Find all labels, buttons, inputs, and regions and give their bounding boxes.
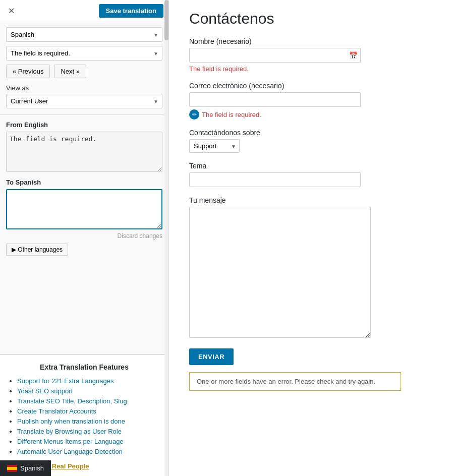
feature-7: Different Menus Items per Language (17, 438, 161, 445)
feature-2: Yoast SEO support (17, 387, 161, 395)
feature-1: Support for 221 Extra Languages (17, 377, 161, 385)
nombre-input-wrapper: 📅 (189, 48, 361, 63)
feature-6-link[interactable]: Translate by Browsing as User Role (17, 428, 122, 435)
bottom-language-bar[interactable]: Spanish (0, 460, 51, 476)
calendar-icon: 📅 (349, 51, 358, 60)
mensaje-label: Tu mensaje (189, 196, 439, 204)
string-select-wrapper: The field is required. Other string ▼ (6, 46, 162, 61)
left-panel: ✕ Save translation Spanish French German… (0, 0, 169, 476)
extra-features-title: Extra Translation Features (7, 363, 161, 371)
tema-input[interactable] (189, 172, 361, 187)
scroll-thumb (164, 0, 168, 40)
from-english-label: From English (6, 121, 162, 129)
nav-buttons: « Previous Next » (6, 65, 162, 78)
nombre-error: The field is required. (189, 65, 439, 73)
mensaje-textarea[interactable] (189, 207, 371, 338)
tema-field-group: Tema (189, 162, 439, 187)
nombre-field-group: Nombre (necesario) 📅 The field is requir… (189, 37, 439, 73)
save-translation-button[interactable]: Save translation (99, 4, 163, 18)
nombre-error-text: The field is required. (189, 65, 249, 73)
correo-field-group: Correo electrónico (necesario) ✏ The fie… (189, 82, 439, 120)
mensaje-field-group: Tu mensaje (189, 196, 439, 339)
view-as-select[interactable]: Current User Administrator Editor (6, 94, 162, 108)
feature-2-link[interactable]: Yoast SEO support (17, 387, 73, 395)
nombre-input[interactable] (189, 48, 361, 63)
feature-5-link[interactable]: Publish only when translation is done (17, 418, 125, 425)
extra-features-section: Extra Translation Features Support for 2… (0, 354, 168, 476)
spanish-flag-icon (7, 465, 17, 472)
right-panel: Contáctenos Nombre (necesario) 📅 The fie… (169, 0, 454, 476)
view-as-label: View as (6, 84, 162, 92)
page-title: Contáctenos (189, 10, 439, 27)
to-spanish-label: To Spanish (6, 178, 162, 186)
feature-3: Translate SEO Title, Description, Slug (17, 397, 161, 405)
error-pencil-icon: ✏ (189, 109, 199, 120)
view-as-select-wrapper: Current User Administrator Editor ▼ (6, 94, 162, 108)
string-select[interactable]: The field is required. Other string (6, 46, 162, 61)
feature-8: Automatic User Language Detection (17, 448, 161, 455)
tema-label: Tema (189, 162, 439, 170)
contact-about-field-group: Contactándonos sobre Support Sales Gener… (189, 129, 439, 153)
correo-input[interactable] (189, 92, 361, 107)
panel-content: Spanish French German ▼ The field is req… (0, 22, 168, 354)
feature-4-link[interactable]: Create Translator Accounts (17, 407, 96, 415)
to-spanish-textarea[interactable] (6, 189, 162, 229)
language-select-wrapper: Spanish French German ▼ (6, 27, 162, 42)
next-button[interactable]: Next » (54, 65, 86, 78)
bottom-language-label: Spanish (20, 464, 44, 472)
language-select[interactable]: Spanish French German (6, 27, 162, 42)
error-notice: One or more fields have an error. Please… (189, 372, 401, 391)
enviar-button[interactable]: ENVIAR (189, 348, 234, 365)
feature-6: Translate by Browsing as User Role (17, 428, 161, 435)
close-button[interactable]: ✕ (5, 5, 18, 17)
nombre-label: Nombre (necesario) (189, 37, 439, 45)
header-bar: ✕ Save translation (0, 0, 168, 22)
discard-changes-link[interactable]: Discard changes (6, 232, 162, 240)
features-list: Support for 221 Extra Languages Yoast SE… (7, 377, 161, 455)
feature-4: Create Translator Accounts (17, 407, 161, 415)
correo-error: ✏ The field is required. (189, 109, 439, 120)
scrollbar[interactable] (164, 0, 168, 476)
feature-7-link[interactable]: Different Menus Items per Language (17, 438, 124, 445)
feature-5: Publish only when translation is done (17, 418, 161, 425)
contact-about-select[interactable]: Support Sales General (189, 139, 240, 153)
feature-1-link[interactable]: Support for 221 Extra Languages (17, 377, 114, 385)
error-notice-text: One or more fields have an error. Please… (197, 378, 375, 385)
from-english-textarea: The field is required. (6, 132, 162, 172)
feature-3-link[interactable]: Translate SEO Title, Description, Slug (17, 397, 127, 405)
contact-about-label: Contactándonos sobre (189, 129, 439, 137)
other-languages-button[interactable]: ▶ Other languages (6, 244, 68, 256)
separator-1 (0, 114, 168, 115)
contact-about-select-wrapper: Support Sales General ▼ (189, 139, 240, 153)
previous-button[interactable]: « Previous (6, 65, 50, 78)
correo-label: Correo electrónico (necesario) (189, 82, 439, 90)
correo-error-text: The field is required. (202, 111, 261, 118)
feature-8-link[interactable]: Automatic User Language Detection (17, 448, 123, 455)
